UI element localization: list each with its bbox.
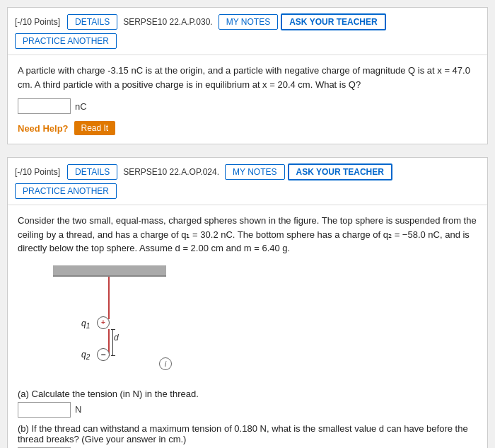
bracket-top	[111, 329, 115, 330]
ask-teacher-button-2[interactable]: ASK YOUR TEACHER	[288, 163, 392, 180]
sub-question-b: (b) If the thread can withstand a maximu…	[18, 423, 477, 449]
problem-2-header: [-/10 Points] DETAILS SERPSE10 22.A.OP.0…	[8, 158, 487, 205]
details-button-2[interactable]: DETAILS	[67, 164, 117, 180]
ask-teacher-button-1[interactable]: ASK YOUR TEACHER	[281, 13, 385, 30]
practice-another-button-2[interactable]: PRACTICE ANOTHER	[15, 183, 117, 199]
my-notes-button-1[interactable]: MY NOTES	[219, 14, 278, 30]
answer-row-2a: N	[18, 402, 477, 418]
points-label-1: [-/10 Points]	[15, 17, 60, 27]
q2-label: q2	[81, 350, 90, 361]
info-icon: i	[159, 357, 172, 370]
q2-sphere: −	[97, 348, 110, 361]
minus-sign: −	[100, 350, 105, 360]
unit-label-2a: N	[75, 404, 81, 415]
q1-label: q1	[81, 318, 90, 330]
plus-sign: +	[101, 318, 105, 326]
problem-1-header: [-/10 Points] DETAILS SERPSE10 22.A.P.03…	[8, 8, 487, 55]
read-it-button-1[interactable]: Read It	[74, 121, 116, 135]
unit-label-1: nC	[75, 101, 87, 112]
bracket-line	[112, 329, 113, 356]
need-help-1: Need Help? Read It	[18, 121, 477, 135]
need-help-text-1: Need Help?	[18, 123, 69, 134]
problem-1-body: A particle with charge -3.15 nC is at th…	[8, 55, 487, 144]
answer-input-1[interactable]	[18, 98, 71, 114]
problem-1-text: A particle with charge -3.15 nC is at th…	[18, 64, 477, 91]
thread-top	[108, 277, 110, 319]
problem-2: [-/10 Points] DETAILS SERPSE10 22.A.OP.0…	[7, 157, 488, 448]
sub-a-label: (a) Calculate the tension (in N) in the …	[18, 389, 477, 399]
problem-2-text: Consider the two small, equal-mass, char…	[18, 214, 477, 255]
ceiling-bar	[53, 265, 166, 277]
q1-sphere: +	[97, 316, 110, 329]
answer-input-2a[interactable]	[18, 402, 71, 418]
sub-question-a: (a) Calculate the tension (in N) in the …	[18, 389, 477, 418]
my-notes-button-2[interactable]: MY NOTES	[225, 164, 284, 180]
points-label-2: [-/10 Points]	[15, 167, 60, 177]
physics-diagram: + q1 d − q2 i	[39, 265, 194, 379]
problem-2-body: Consider the two small, equal-mass, char…	[8, 205, 487, 448]
practice-another-button-1[interactable]: PRACTICE ANOTHER	[15, 33, 117, 49]
problem-1: [-/10 Points] DETAILS SERPSE10 22.A.P.03…	[7, 7, 488, 144]
sub-b-label: (b) If the thread can withstand a maximu…	[18, 423, 477, 444]
problem-id-1: SERPSE10 22.A.P.030.	[123, 17, 213, 27]
answer-row-1: nC	[18, 98, 477, 114]
bracket-bot	[111, 355, 115, 356]
details-button-1[interactable]: DETAILS	[67, 14, 117, 30]
d-label: d	[114, 333, 119, 343]
problem-id-2: SERPSE10 22.A.OP.024.	[123, 167, 219, 177]
